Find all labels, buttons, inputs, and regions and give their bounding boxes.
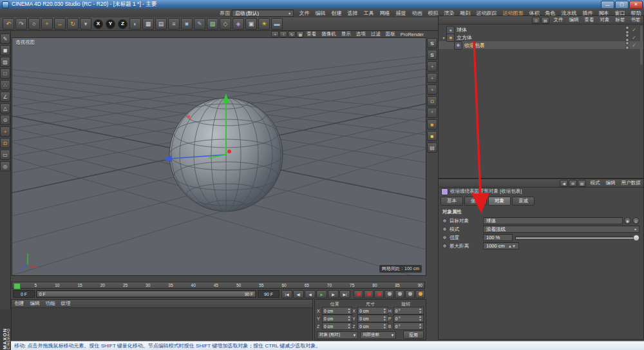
panel-options-icon[interactable]: ▤ — [578, 180, 586, 187]
anim-dot-icon[interactable] — [442, 235, 447, 240]
object-row[interactable]: ▾ ■ 立方体 ✓ — [439, 34, 643, 41]
layout-select[interactable]: 启动 (默认)▾ — [232, 10, 294, 17]
record-button[interactable] — [374, 290, 384, 298]
enable-check-icon[interactable]: ✓ — [632, 43, 636, 48]
toolbar-icon[interactable]: ◐ — [129, 18, 141, 30]
menu-item[interactable]: 编辑 — [312, 10, 328, 17]
object-manager-menu-item[interactable]: 对象 — [597, 17, 612, 23]
maximize-button[interactable]: ▢ — [615, 1, 629, 9]
strength-slider[interactable] — [515, 234, 639, 241]
history-back-icon[interactable]: ◀ — [560, 180, 568, 187]
toolbar-icon[interactable]: ▣ — [245, 18, 257, 30]
size-field[interactable]: 0 cm▲▼ — [357, 322, 388, 330]
object-picker-icon[interactable]: ◉ — [624, 217, 631, 224]
enable-check-icon[interactable]: ✓ — [632, 27, 636, 33]
viewport-label[interactable]: 透视视图 — [15, 39, 35, 46]
record-button[interactable] — [384, 290, 394, 298]
palette-icon[interactable]: ▤ — [427, 142, 437, 153]
viewport-corner-icon[interactable]: ↕ — [279, 31, 287, 37]
attribute-menu-item[interactable]: 编辑 — [603, 180, 618, 186]
material-list-area[interactable] — [12, 308, 312, 340]
record-button[interactable] — [364, 290, 374, 298]
viewport-menu-item[interactable]: 面板 — [383, 31, 398, 37]
palette-icon[interactable]: ■ — [427, 131, 437, 141]
material-menu-item[interactable]: 创建 — [12, 300, 27, 307]
mode-icon[interactable]: ∴ — [0, 80, 10, 90]
mode-icon[interactable]: ✎ — [0, 34, 10, 44]
mode-icon[interactable]: + — [0, 126, 10, 137]
perspective-viewport[interactable]: 透视视图 网格间距：100 cm — [12, 37, 426, 276]
anim-dot-icon[interactable] — [442, 219, 447, 223]
menu-item[interactable]: 文件 — [296, 10, 312, 17]
target-object-field[interactable]: 球体 — [483, 217, 623, 224]
mode-icon[interactable]: △ — [0, 103, 10, 113]
mode-icon[interactable]: ▭ — [0, 150, 10, 160]
max-distance-field[interactable]: 1000 cm▲▼ — [483, 242, 519, 249]
palette-icon[interactable]: S — [427, 50, 437, 60]
enable-check-icon[interactable]: ✓ — [632, 35, 636, 41]
viewport-menu-item[interactable]: 选项 — [354, 31, 368, 37]
object-name[interactable]: 立方体 — [457, 34, 472, 41]
toolbar-icon[interactable]: ▬ — [271, 18, 283, 30]
object-manager-menu-item[interactable]: 文件 — [551, 17, 566, 23]
size-field[interactable]: 0 cm▲▼ — [357, 307, 388, 315]
visibility-toggles[interactable] — [625, 41, 629, 50]
mode-icon[interactable]: ⊙ — [0, 115, 10, 125]
toolbar-icon[interactable]: ✎ — [194, 18, 205, 30]
record-button[interactable] — [395, 290, 404, 298]
toolbar-icon[interactable]: ▦ — [142, 18, 154, 30]
toolbar-icon[interactable]: ▾ — [80, 18, 91, 30]
current-frame-field[interactable]: 0 F — [13, 290, 35, 298]
filter-icon[interactable]: ▤ — [541, 17, 549, 24]
section-header[interactable]: 对象属性 — [439, 207, 643, 217]
menu-item[interactable]: 工具 — [361, 10, 377, 17]
rotation-field[interactable]: 0 °▲▼ — [393, 322, 424, 330]
mode-icon[interactable]: Ω — [0, 138, 10, 148]
viewport-menu-item[interactable]: 摄像机 — [319, 31, 339, 37]
expander-icon[interactable]: ▾ — [441, 35, 446, 40]
slider-knob[interactable] — [633, 235, 639, 241]
menu-item[interactable]: 动画 — [409, 10, 425, 17]
playback-button[interactable]: ◀| — [293, 290, 304, 298]
mode-dropdown[interactable]: 沿着法线▾ — [483, 226, 639, 233]
coord-mode-select[interactable]: 对象 (相对)▾ — [317, 331, 358, 339]
attribute-tab[interactable]: 坐标 — [464, 197, 487, 206]
range-slider-bar[interactable]: 0 F 90 F — [37, 291, 255, 297]
attribute-menu-item[interactable]: 模式 — [587, 180, 603, 186]
menu-item[interactable]: 捕捉 — [393, 10, 409, 17]
object-manager-menu-item[interactable]: 标签 — [612, 17, 628, 23]
mode-icon[interactable]: ▨ — [0, 57, 10, 67]
rotation-field[interactable]: 0 °▲▼ — [393, 307, 424, 315]
object-manager-menu-item[interactable]: 查看 — [582, 17, 597, 23]
close-button[interactable]: ✕ — [629, 1, 643, 9]
attribute-menu-item[interactable]: 用户数据 — [618, 180, 643, 186]
position-field[interactable]: 0 cm▲▼ — [322, 307, 352, 315]
viewport-corner-icon[interactable]: + — [271, 31, 279, 37]
position-field[interactable]: 0 cm▲▼ — [322, 322, 352, 330]
toolbar-icon[interactable]: ▤ — [155, 18, 167, 30]
minimize-button[interactable]: — — [601, 1, 614, 9]
viewport-menu-item[interactable]: ProRender — [398, 32, 426, 37]
toolbar-icon[interactable]: ◇ — [220, 18, 231, 30]
material-menu-item[interactable]: 功能 — [43, 300, 58, 307]
toolbar-icon[interactable]: ≡ — [168, 18, 180, 30]
menu-item[interactable]: 选择 — [345, 10, 361, 17]
toolbar-icon[interactable]: ▧ — [207, 18, 218, 30]
palette-icon[interactable]: S — [427, 38, 437, 48]
playback-button[interactable]: ▶ — [316, 290, 327, 298]
attribute-tab[interactable]: 对象 — [488, 197, 511, 206]
search-icon[interactable]: ⊙ — [532, 17, 540, 24]
rotation-field[interactable]: 0 °▲▼ — [393, 315, 424, 322]
toolbar-icon[interactable]: Z — [118, 19, 128, 29]
mode-icon[interactable]: □ — [0, 68, 10, 79]
object-manager-scrollbar[interactable] — [640, 26, 643, 64]
toolbar-icon[interactable]: ☀ — [258, 18, 270, 30]
toolbar-icon[interactable]: ↶ — [3, 18, 14, 30]
end-frame-field[interactable]: 90 F — [258, 290, 279, 298]
palette-icon[interactable]: + — [427, 84, 437, 95]
playback-button[interactable]: ◀ — [305, 290, 316, 298]
toolbar-icon[interactable]: ○ — [28, 18, 40, 30]
object-name[interactable]: 收缩包裹 — [464, 42, 485, 49]
palette-icon[interactable]: ° — [427, 108, 437, 118]
mode-icon[interactable]: ◼ — [0, 45, 10, 55]
